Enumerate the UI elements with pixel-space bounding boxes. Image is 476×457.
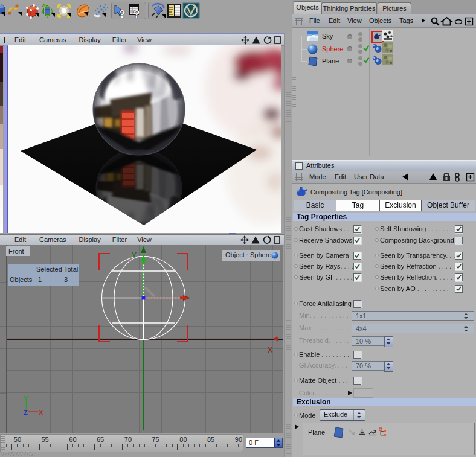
- svg-text:?: ?: [133, 8, 140, 20]
- svg-text:X: X: [268, 345, 273, 354]
- svg-text:Z: Z: [24, 409, 28, 416]
- svg-text:X: X: [39, 409, 43, 416]
- svg-text:?: ?: [119, 8, 125, 20]
- svg-text:Y: Y: [24, 395, 28, 402]
- svg-text:Y: Y: [132, 251, 137, 260]
